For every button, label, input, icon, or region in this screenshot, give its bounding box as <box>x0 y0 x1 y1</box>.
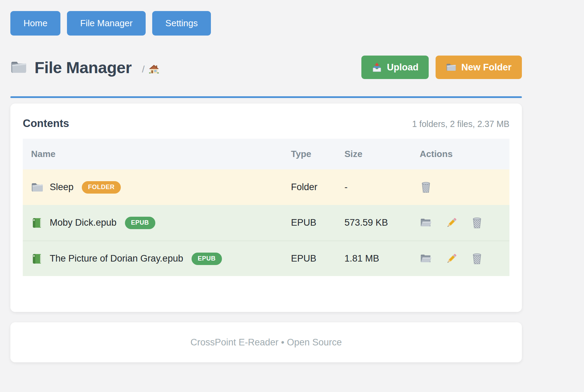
contents-card-header: Contents 1 folders, 2 files, 2.37 MB <box>23 117 509 130</box>
upload-tray-icon <box>372 62 382 72</box>
pencil-icon <box>445 217 458 229</box>
table-row-epub: Moby Dick.epub EPUB EPUB 573.59 KB <box>23 205 509 241</box>
pencil-icon <box>445 253 458 265</box>
upload-button-label: Upload <box>387 62 419 73</box>
folder-badge: FOLDER <box>82 181 121 194</box>
file-size: - <box>336 182 411 193</box>
page-header: File Manager / Upload New Folder <box>10 56 522 79</box>
trash-icon <box>471 217 483 229</box>
top-nav: Home File Manager Settings <box>10 11 522 36</box>
table-header-row: Name Type Size Actions <box>23 139 509 169</box>
file-type: Folder <box>283 182 336 193</box>
table-row-folder: Sleep FOLDER Folder - <box>23 169 509 205</box>
page-title: File Manager <box>35 58 132 77</box>
breadcrumb: / <box>142 60 159 75</box>
footer-card: CrossPoint E-Reader • Open Source <box>10 322 522 362</box>
contents-summary: 1 folders, 2 files, 2.37 MB <box>412 119 509 129</box>
file-table: Name Type Size Actions Sleep FOLDER Fold… <box>23 139 509 276</box>
epub-badge: EPUB <box>125 217 155 229</box>
rename-action[interactable] <box>445 217 458 229</box>
contents-card: Contents 1 folders, 2 files, 2.37 MB Nam… <box>10 104 522 312</box>
open-action[interactable] <box>420 217 432 229</box>
page: Home File Manager Settings File Manager … <box>0 0 532 362</box>
new-folder-button[interactable]: New Folder <box>436 56 522 79</box>
file-size: 1.81 MB <box>336 253 411 264</box>
table-row-epub: The Picture of Dorian Gray.epub EPUB EPU… <box>23 241 509 276</box>
footer-text: CrossPoint E-Reader • Open Source <box>191 337 342 348</box>
open-folder-icon <box>420 253 432 265</box>
folder-icon <box>10 60 27 75</box>
file-name: Moby Dick.epub <box>50 217 117 228</box>
green-book-icon <box>31 253 43 265</box>
file-name: Sleep <box>50 182 74 193</box>
contents-heading: Contents <box>23 117 69 130</box>
actions-cell <box>411 181 509 194</box>
column-header-actions: Actions <box>411 139 509 169</box>
house-icon[interactable] <box>149 64 159 75</box>
delete-action[interactable] <box>471 253 483 265</box>
column-header-name: Name <box>23 139 283 169</box>
actions-cell <box>411 253 509 265</box>
green-book-icon <box>31 217 43 229</box>
new-folder-button-label: New Folder <box>461 62 512 73</box>
breadcrumb-separator: / <box>142 64 145 75</box>
epub-badge: EPUB <box>192 253 222 265</box>
file-name-cell[interactable]: Sleep FOLDER <box>23 181 283 194</box>
delete-action[interactable] <box>471 217 483 229</box>
folder-icon <box>31 182 43 193</box>
nav-file-manager-button[interactable]: File Manager <box>67 11 146 36</box>
title-wrap: File Manager <box>10 58 132 77</box>
open-action[interactable] <box>420 253 432 265</box>
file-type: EPUB <box>283 217 336 228</box>
header-actions: Upload New Folder <box>361 56 522 79</box>
file-size: 573.59 KB <box>336 217 411 228</box>
trash-icon <box>471 253 483 265</box>
nav-home-button[interactable]: Home <box>10 11 60 36</box>
actions-cell <box>411 217 509 229</box>
header-divider <box>10 96 522 98</box>
file-name-cell[interactable]: The Picture of Dorian Gray.epub EPUB <box>23 253 283 265</box>
file-name-cell[interactable]: Moby Dick.epub EPUB <box>23 217 283 229</box>
delete-action[interactable] <box>420 181 432 194</box>
file-name: The Picture of Dorian Gray.epub <box>50 253 183 264</box>
upload-button[interactable]: Upload <box>361 56 429 79</box>
file-type: EPUB <box>283 253 336 264</box>
column-header-type: Type <box>283 139 336 169</box>
folder-icon <box>446 62 456 72</box>
column-header-size: Size <box>336 139 411 169</box>
open-folder-icon <box>420 217 432 229</box>
trash-icon <box>420 181 432 194</box>
rename-action[interactable] <box>445 253 458 265</box>
nav-settings-button[interactable]: Settings <box>152 11 211 36</box>
